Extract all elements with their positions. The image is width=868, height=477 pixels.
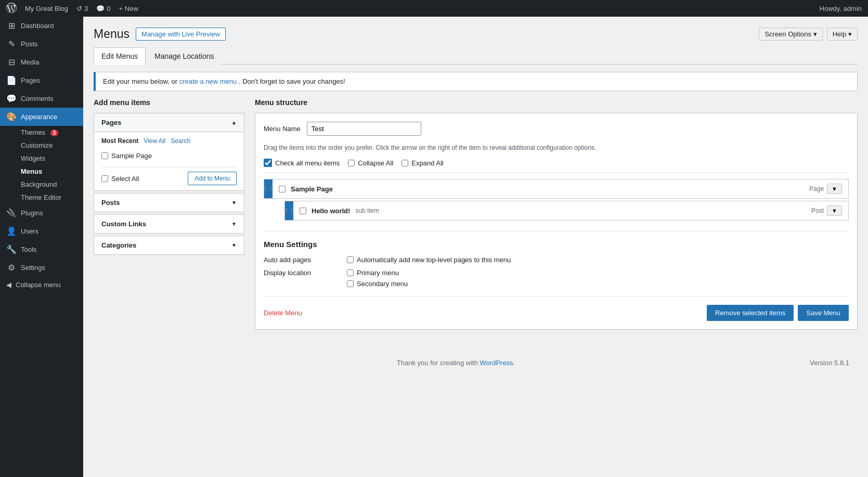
- content-area: Add menu items Pages ▲ Most Recent View …: [94, 98, 858, 330]
- accordion-categories-header[interactable]: Categories ▼: [94, 236, 244, 254]
- menu-item-checkbox[interactable]: [300, 208, 306, 214]
- delete-menu-link[interactable]: Delete Menu: [264, 309, 302, 317]
- collapse-menu-button[interactable]: ◀ Collapse menu: [0, 277, 83, 293]
- sample-page-label: Sample Page: [111, 152, 152, 160]
- collapse-icon: ◀: [6, 281, 11, 289]
- secondary-menu-label: Secondary menu: [357, 280, 408, 288]
- sidebar-item-users[interactable]: 👤 Users: [0, 222, 83, 240]
- wp-logo-icon[interactable]: [6, 3, 17, 15]
- site-name[interactable]: My Great Blog: [25, 5, 68, 12]
- sidebar-item-customize[interactable]: Customize: [0, 139, 83, 152]
- menu-item-expand-button[interactable]: ▼: [827, 184, 842, 194]
- menu-item-type: Post: [811, 207, 824, 214]
- drag-handle[interactable]: ⋮⋮: [264, 179, 273, 198]
- sidebar-item-media[interactable]: ⊟ Media: [0, 53, 83, 71]
- drag-dots-icon: ⋮⋮: [284, 208, 294, 213]
- comments-count[interactable]: 💬 0: [96, 5, 110, 12]
- posts-icon: ✎: [6, 39, 17, 49]
- select-all-checkbox[interactable]: [101, 175, 108, 182]
- sidebar-item-label: Appearance: [21, 113, 57, 121]
- check-all-checkbox[interactable]: [264, 159, 272, 167]
- howdy-label[interactable]: Howdy, admin: [820, 5, 862, 12]
- secondary-menu-option: Secondary menu: [347, 280, 408, 288]
- create-menu-link[interactable]: create a new menu: [179, 78, 237, 85]
- secondary-menu-checkbox[interactable]: [347, 280, 354, 287]
- accordion-categories-label: Categories: [101, 241, 136, 249]
- live-preview-button[interactable]: Manage with Live Preview: [136, 28, 226, 41]
- tab-edit-menus[interactable]: Edit Menus: [94, 47, 146, 65]
- menu-name-input[interactable]: [307, 122, 421, 136]
- help-button[interactable]: Help ▾: [827, 28, 858, 41]
- accordion-categories-arrow: ▼: [231, 242, 237, 248]
- add-to-menu-button[interactable]: Add to Menu: [188, 172, 237, 185]
- primary-menu-option: Primary menu: [347, 269, 408, 277]
- sidebar-item-background[interactable]: Background: [0, 178, 83, 191]
- sidebar-item-theme-editor[interactable]: Theme Editor: [0, 191, 83, 204]
- accordion-custom-links: Custom Links ▼: [94, 214, 244, 234]
- tab-manage-locations[interactable]: Manage Locations: [147, 47, 222, 65]
- save-menu-button[interactable]: Save Menu: [798, 305, 849, 321]
- pages-subtabs: Most Recent View All Search: [101, 137, 237, 145]
- menu-name-label: Menu Name: [264, 125, 301, 133]
- menu-structure-title: Menu structure: [255, 98, 858, 107]
- table-row: ⋮⋮ Sample Page Page ▼: [264, 179, 849, 199]
- sidebar-item-widgets[interactable]: Widgets: [0, 152, 83, 165]
- menu-settings-title: Menu Settings: [264, 240, 849, 249]
- menu-item-type-area: Page ▼: [809, 184, 842, 194]
- sidebar-item-appearance[interactable]: 🎨 Appearance: [0, 108, 83, 126]
- subtab-view-all[interactable]: View All: [144, 137, 165, 145]
- select-all-label: Select All: [111, 175, 139, 183]
- menu-item-expand-button[interactable]: ▼: [827, 205, 842, 216]
- dashboard-icon: ⊞: [6, 21, 17, 31]
- sample-page-checkbox[interactable]: [101, 152, 108, 159]
- accordion-posts-arrow: ▼: [231, 200, 237, 205]
- primary-menu-checkbox[interactable]: [347, 269, 354, 276]
- collapse-all-checkbox[interactable]: [348, 160, 355, 166]
- accordion-posts: Posts ▼: [94, 193, 244, 212]
- subtab-most-recent[interactable]: Most Recent: [101, 137, 138, 145]
- sidebar-item-dashboard[interactable]: ⊞ Dashboard: [0, 17, 83, 35]
- tools-icon: 🔧: [6, 244, 17, 254]
- auto-add-checkbox[interactable]: [347, 256, 354, 263]
- sidebar: ⊞ Dashboard ✎ Posts ⊟ Media 📄 Pages 💬 Co…: [0, 17, 83, 477]
- version-label: Version 5.8.1: [810, 359, 849, 367]
- updates-count[interactable]: ↺ 3: [76, 5, 88, 12]
- sidebar-item-label: Pages: [21, 76, 40, 84]
- collapse-all-option: Collapse All: [348, 159, 393, 167]
- remove-selected-button[interactable]: Remove selected items: [707, 305, 794, 321]
- sidebar-item-posts[interactable]: ✎ Posts: [0, 35, 83, 53]
- sidebar-item-label: Plugins: [21, 209, 43, 217]
- sidebar-item-plugins[interactable]: 🔌 Plugins: [0, 204, 83, 222]
- sidebar-item-pages[interactable]: 📄 Pages: [0, 71, 83, 89]
- menu-item-checkbox[interactable]: [279, 186, 286, 192]
- appearance-icon: 🎨: [6, 112, 17, 122]
- sidebar-item-comments[interactable]: 💬 Comments: [0, 89, 83, 108]
- auto-add-option: Automatically add new top-level pages to…: [347, 256, 511, 264]
- page-header: Menus Manage with Live Preview Screen Op…: [94, 22, 858, 41]
- accordion-posts-header[interactable]: Posts ▼: [94, 194, 244, 212]
- expand-all-option: Expand All: [401, 159, 443, 167]
- pages-checkbox-item: Sample Page: [101, 150, 237, 162]
- sidebar-item-menus[interactable]: Menus: [0, 165, 83, 178]
- accordion-categories: Categories ▼: [94, 236, 244, 255]
- tabs-nav: Edit Menus Manage Locations: [94, 47, 858, 65]
- menu-item-title: Hello world!: [312, 207, 350, 215]
- page-title: Menus: [94, 27, 129, 41]
- menu-item-type: Page: [809, 185, 824, 192]
- sidebar-item-label: Dashboard: [21, 22, 54, 30]
- accordion-custom-links-header[interactable]: Custom Links ▼: [94, 215, 244, 233]
- plugins-icon: 🔌: [6, 208, 17, 218]
- sidebar-item-themes[interactable]: Themes 3: [0, 126, 83, 139]
- sidebar-item-settings[interactable]: ⚙ Settings: [0, 259, 83, 277]
- drag-handle[interactable]: ⋮⋮: [285, 201, 293, 220]
- sidebar-item-tools[interactable]: 🔧 Tools: [0, 240, 83, 259]
- new-content-button[interactable]: + New: [119, 5, 138, 12]
- screen-options-button[interactable]: Screen Options ▾: [759, 28, 822, 41]
- wordpress-link[interactable]: WordPress: [480, 359, 513, 367]
- menu-item-title: Sample Page: [291, 185, 333, 193]
- expand-all-checkbox[interactable]: [401, 160, 408, 166]
- subtab-search[interactable]: Search: [171, 137, 190, 145]
- sidebar-item-label: Tools: [21, 246, 36, 253]
- auto-add-pages-row: Auto add pages Automatically add new top…: [264, 256, 849, 264]
- accordion-pages-header[interactable]: Pages ▲: [94, 113, 244, 132]
